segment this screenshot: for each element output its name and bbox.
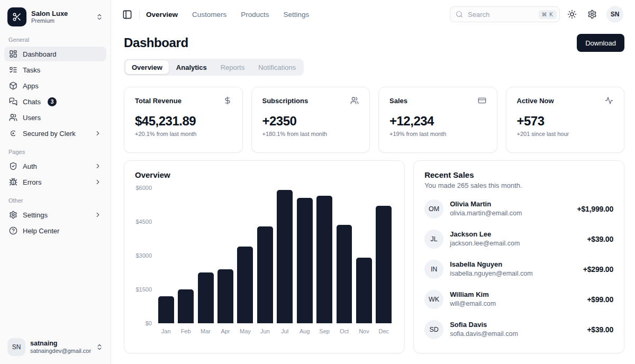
x-tick-label: Dec — [374, 328, 394, 334]
sale-name: Isabella Nguyen — [450, 260, 577, 269]
header-nav-products[interactable]: Products — [241, 11, 269, 19]
stat-value: +573 — [517, 114, 614, 129]
bar-dec — [376, 206, 392, 323]
shield-check-icon — [9, 162, 17, 170]
dashboard-tabs: Overview Analytics Reports Notifications — [124, 59, 304, 76]
recent-sales-card: Recent Sales You made 265 sales this mon… — [413, 160, 624, 353]
sidebar-item-tasks[interactable]: Tasks — [4, 62, 106, 77]
tab-reports[interactable]: Reports — [214, 60, 251, 74]
stat-card-subscriptions: Subscriptions +2350 +180.1% from last mo… — [251, 87, 370, 153]
sale-info: Jackson Lee jackson.lee@email.com — [450, 230, 580, 248]
bar-column — [314, 188, 334, 323]
search-input[interactable] — [467, 10, 535, 19]
scissors-icon — [12, 12, 22, 22]
chats-count-badge: 3 — [48, 97, 57, 106]
sale-name: Olivia Martin — [450, 200, 570, 209]
x-tick-label: Jun — [255, 328, 275, 334]
section-label-pages: Pages — [0, 141, 111, 159]
x-tick-label: Feb — [176, 328, 195, 334]
sale-amount: +$39.00 — [587, 235, 613, 243]
section-label-general: General — [0, 29, 111, 47]
gear-icon — [9, 211, 17, 219]
chevrons-up-down-icon — [96, 343, 103, 351]
sidebar-item-help-center[interactable]: Help Center — [4, 223, 106, 238]
y-tick-label: $3000 — [135, 252, 152, 259]
stat-card-head: Sales — [389, 96, 486, 105]
stat-value: +2350 — [262, 114, 359, 129]
x-tick-label: Nov — [354, 328, 374, 334]
sale-row: IN Isabella Nguyen isabella.nguyen@email… — [424, 260, 613, 279]
sidebar-nav-other: Settings Help Center — [0, 207, 111, 238]
sidebar-item-secured-by-clerk[interactable]: Secured by Clerk — [4, 126, 106, 141]
team-text: Salon Luxe Premium — [31, 10, 91, 25]
stat-title: Subscriptions — [262, 97, 309, 105]
stat-card-head: Total Revenue — [135, 96, 232, 105]
activity-icon — [605, 96, 613, 105]
settings-button[interactable] — [584, 6, 600, 22]
chevron-right-icon — [94, 211, 102, 219]
sidebar-item-label: Dashboard — [23, 50, 57, 58]
sale-row: WK William Kim will@email.com +$99.00 — [424, 290, 613, 309]
team-plan: Premium — [31, 17, 91, 24]
sale-row: SD Sofia Davis sofia.davis@email.com +$3… — [424, 320, 613, 339]
stat-title: Total Revenue — [135, 97, 182, 105]
sale-avatar: IN — [424, 260, 443, 279]
sidebar-item-label: Secured by Clerk — [23, 130, 76, 138]
bar-column — [215, 188, 235, 323]
sidebar-item-chats[interactable]: Chats 3 — [4, 94, 106, 109]
credit-card-icon — [478, 96, 486, 105]
header-nav: Overview Customers Products Settings — [146, 11, 309, 19]
sidebar-item-users[interactable]: Users — [4, 110, 106, 125]
clerk-icon — [9, 129, 17, 138]
profile-avatar[interactable]: SN — [606, 6, 623, 23]
sale-amount: +$99.00 — [587, 295, 613, 304]
sidebar-item-settings[interactable]: Settings — [4, 207, 106, 222]
bottom-panels: Overview $6000 $4500 $3000 $1500 $0 JanF… — [124, 160, 624, 353]
stat-card-total-revenue: Total Revenue $45,231.89 +20.1% from las… — [124, 87, 243, 153]
top-header: Overview Customers Products Settings ⌘ K… — [111, 0, 635, 29]
search-box[interactable]: ⌘ K — [450, 6, 560, 22]
x-tick-label: Aug — [295, 328, 314, 334]
tab-analytics[interactable]: Analytics — [170, 60, 213, 74]
x-tick-label: Mar — [196, 328, 215, 334]
y-tick-label: $0 — [146, 320, 152, 326]
sidebar-spacer — [0, 238, 111, 336]
sidebar-toggle-button[interactable] — [120, 7, 135, 22]
section-label-other: Other — [0, 189, 111, 207]
sale-row: OM Olivia Martin olivia.martin@email.com… — [424, 199, 613, 219]
sale-info: Olivia Martin olivia.martin@email.com — [450, 200, 570, 217]
app-root: Salon Luxe Premium General Dashboard Tas… — [0, 0, 635, 364]
sale-avatar: WK — [424, 290, 443, 309]
user-text: satnaing satnaingdev@gmail.com — [30, 340, 91, 354]
download-button[interactable]: Download — [577, 34, 624, 52]
sidebar-item-apps[interactable]: Apps — [4, 78, 106, 93]
page-title: Dashboard — [124, 35, 188, 50]
list-todo-icon — [9, 66, 17, 74]
header-nav-overview[interactable]: Overview — [146, 11, 178, 19]
chevrons-up-down-icon — [96, 13, 103, 21]
bar-aug — [297, 198, 313, 323]
header-nav-settings[interactable]: Settings — [284, 11, 310, 19]
tab-overview[interactable]: Overview — [125, 60, 169, 74]
sale-avatar: JL — [424, 230, 443, 249]
header-nav-customers[interactable]: Customers — [192, 11, 226, 19]
search-icon — [456, 11, 463, 18]
stat-card-head: Subscriptions — [262, 96, 359, 105]
sidebar-item-dashboard[interactable]: Dashboard — [4, 47, 106, 61]
sale-email: jackson.lee@email.com — [450, 239, 580, 248]
search-shortcut-kbd: ⌘ K — [539, 10, 557, 19]
bar-column — [156, 188, 176, 323]
sidebar: Salon Luxe Premium General Dashboard Tas… — [0, 0, 111, 364]
sale-info: William Kim will@email.com — [450, 290, 580, 308]
sidebar-item-errors[interactable]: Errors — [4, 175, 106, 189]
dollar-sign-icon — [223, 96, 232, 105]
tab-notifications[interactable]: Notifications — [252, 60, 302, 74]
sale-name: William Kim — [450, 290, 580, 299]
sidebar-item-auth[interactable]: Auth — [4, 159, 106, 174]
team-switcher[interactable]: Salon Luxe Premium — [5, 6, 105, 28]
user-menu[interactable]: SN satnaing satnaingdev@gmail.com — [5, 336, 105, 358]
sidebar-item-label: Help Center — [23, 227, 59, 235]
bar-chart: $6000 $4500 $3000 $1500 $0 — [135, 188, 394, 323]
theme-toggle-button[interactable] — [564, 6, 580, 22]
stat-change: +201 since last hour — [517, 131, 614, 137]
